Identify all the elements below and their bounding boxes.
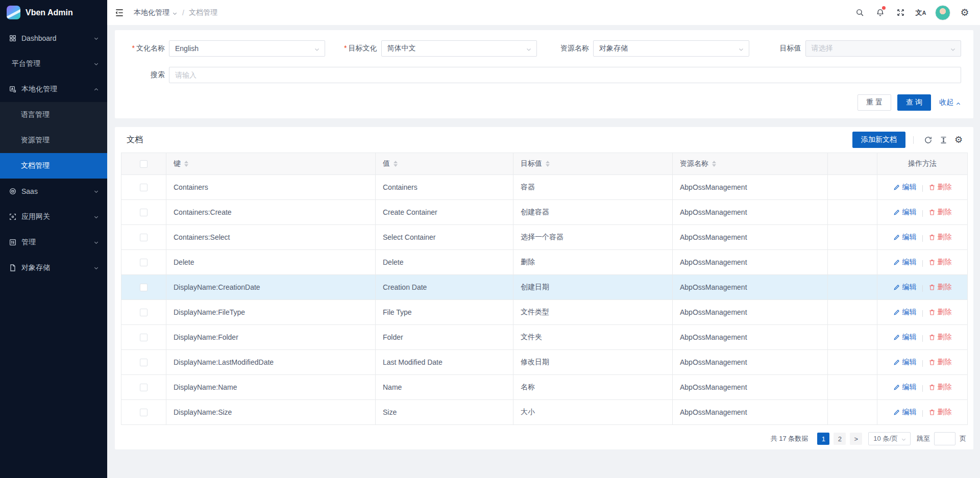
add-document-button[interactable]: 添加新文档 bbox=[852, 132, 905, 148]
sort-icon[interactable] bbox=[184, 161, 188, 167]
sidebar-item-resource-mgmt[interactable]: 资源管理 bbox=[0, 128, 107, 153]
row-checkbox[interactable] bbox=[140, 309, 148, 316]
sidebar-item-label: 文档管理 bbox=[21, 161, 50, 170]
edit-link[interactable]: 编辑 bbox=[893, 333, 917, 342]
cell-value: Folder bbox=[376, 325, 513, 350]
culture-name-select[interactable]: English bbox=[169, 40, 325, 57]
translate-icon[interactable]: 文A bbox=[911, 0, 931, 25]
target-value-select[interactable]: 请选择 bbox=[805, 40, 962, 57]
page-button-2[interactable]: 2 bbox=[834, 433, 846, 445]
delete-link[interactable]: 删除 bbox=[928, 383, 952, 392]
sort-icon[interactable] bbox=[546, 161, 550, 167]
sidebar-item-document-mgmt[interactable]: 文档管理 bbox=[0, 153, 107, 179]
delete-link[interactable]: 删除 bbox=[928, 333, 952, 342]
sort-icon[interactable] bbox=[712, 161, 716, 167]
sidebar-item-gateway[interactable]: 应用网关 bbox=[0, 204, 107, 230]
delete-label: 删除 bbox=[938, 308, 952, 317]
table-row[interactable]: DisplayName:LastModifiedDateLast Modifie… bbox=[121, 350, 968, 375]
user-avatar[interactable] bbox=[935, 5, 950, 20]
row-checkbox[interactable] bbox=[140, 259, 148, 266]
row-checkbox[interactable] bbox=[140, 234, 148, 241]
delete-link[interactable]: 删除 bbox=[928, 258, 952, 267]
table-row[interactable]: Containers:CreateCreate Container创建容器Abp… bbox=[121, 200, 968, 225]
cell-value: Select Container bbox=[376, 225, 513, 250]
column-header-target: 目标值 bbox=[521, 159, 542, 168]
jump-to-input[interactable] bbox=[934, 432, 955, 445]
table-row[interactable]: ContainersContainers容器AbpOssManagement编辑… bbox=[121, 175, 968, 200]
chevron-down-icon bbox=[738, 46, 744, 52]
table-row[interactable]: Containers:SelectSelect Container选择一个容器A… bbox=[121, 225, 968, 250]
edit-link[interactable]: 编辑 bbox=[893, 383, 917, 392]
row-checkbox[interactable] bbox=[140, 184, 148, 191]
refresh-icon[interactable] bbox=[920, 132, 936, 147]
sidebar-item-platform[interactable]: 平台管理 bbox=[0, 51, 107, 77]
delete-link[interactable]: 删除 bbox=[928, 283, 952, 292]
sidebar-item-language-mgmt[interactable]: 语言管理 bbox=[0, 102, 107, 128]
row-checkbox[interactable] bbox=[140, 334, 148, 341]
sidebar-item-dashboard[interactable]: Dashboard bbox=[0, 26, 107, 51]
edit-link[interactable]: 编辑 bbox=[893, 183, 917, 192]
column-header-empty bbox=[828, 153, 877, 175]
table-row[interactable]: DisplayName:SizeSize大小AbpOssManagement编辑… bbox=[121, 400, 968, 425]
table-row[interactable]: DisplayName:NameName名称AbpOssManagement编辑… bbox=[121, 375, 968, 400]
delete-link[interactable]: 删除 bbox=[928, 208, 952, 217]
reset-button[interactable]: 重 置 bbox=[857, 94, 891, 111]
edit-link[interactable]: 编辑 bbox=[893, 208, 917, 217]
settings-gear-icon[interactable]: ⚙ bbox=[954, 0, 975, 25]
delete-link[interactable]: 删除 bbox=[928, 308, 952, 317]
page-size-select[interactable]: 10 条/页 bbox=[868, 432, 911, 445]
menu-fold-icon[interactable] bbox=[114, 8, 125, 18]
delete-label: 删除 bbox=[938, 233, 952, 242]
sidebar-item-saas[interactable]: Saas bbox=[0, 179, 107, 204]
delete-link[interactable]: 删除 bbox=[928, 233, 952, 242]
sidebar-item-localization[interactable]: 本地化管理 bbox=[0, 77, 107, 102]
search-input[interactable] bbox=[169, 67, 961, 83]
delete-link[interactable]: 删除 bbox=[928, 408, 952, 417]
brand[interactable]: Vben Admin bbox=[0, 0, 107, 25]
admin-icon bbox=[9, 238, 17, 246]
row-checkbox[interactable] bbox=[140, 209, 148, 216]
sidebar-item-object-storage[interactable]: 对象存储 bbox=[0, 255, 107, 281]
resource-name-select[interactable]: 对象存储 bbox=[593, 40, 749, 57]
table-row[interactable]: DisplayName:FileTypeFile Type文件类型AbpOssM… bbox=[121, 300, 968, 325]
edit-link[interactable]: 编辑 bbox=[893, 308, 917, 317]
cell-key: Containers:Create bbox=[166, 200, 376, 225]
documents-table: 键 值 目标值 资源名称 操作方法 ContainersContainers容器… bbox=[121, 153, 968, 425]
delete-link[interactable]: 删除 bbox=[928, 358, 952, 367]
row-height-icon[interactable] bbox=[936, 132, 951, 147]
chevron-down-icon bbox=[950, 46, 956, 52]
cell-target: 大小 bbox=[513, 400, 673, 425]
row-checkbox[interactable] bbox=[140, 409, 148, 416]
row-checkbox[interactable] bbox=[140, 384, 148, 391]
target-culture-select[interactable]: 简体中文 bbox=[381, 40, 537, 57]
edit-link[interactable]: 编辑 bbox=[893, 408, 917, 417]
row-checkbox[interactable] bbox=[140, 359, 148, 366]
notification-bell-icon[interactable] bbox=[870, 0, 890, 25]
query-button[interactable]: 查 询 bbox=[897, 94, 931, 111]
select-all-checkbox[interactable] bbox=[140, 160, 148, 168]
delete-link[interactable]: 删除 bbox=[928, 183, 952, 192]
trash-icon bbox=[928, 334, 936, 341]
sidebar: Vben Admin Dashboard 平台管理 本地化管理 语言管理 资源管… bbox=[0, 0, 107, 478]
table-row[interactable]: DeleteDelete删除AbpOssManagement编辑删除 bbox=[121, 250, 968, 275]
next-page-button[interactable]: > bbox=[850, 433, 862, 445]
collapse-link[interactable]: 收起 bbox=[939, 98, 961, 107]
edit-link[interactable]: 编辑 bbox=[893, 258, 917, 267]
table-row[interactable]: DisplayName:FolderFolder文件夹AbpOssManagem… bbox=[121, 325, 968, 350]
edit-link[interactable]: 编辑 bbox=[893, 358, 917, 367]
edit-link[interactable]: 编辑 bbox=[893, 283, 917, 292]
fullscreen-icon[interactable] bbox=[890, 0, 911, 25]
sidebar-item-label: 对象存储 bbox=[21, 263, 93, 272]
search-icon[interactable] bbox=[849, 0, 870, 25]
breadcrumb-parent[interactable]: 本地化管理 bbox=[134, 8, 169, 17]
cell-value: Name bbox=[376, 375, 513, 400]
row-checkbox[interactable] bbox=[140, 284, 148, 291]
sidebar-item-admin[interactable]: 管理 bbox=[0, 230, 107, 255]
cell-value: Creation Date bbox=[376, 275, 513, 300]
table-row[interactable]: DisplayName:CreationDateCreation Date创建日… bbox=[121, 275, 968, 300]
column-settings-gear-icon[interactable]: ⚙ bbox=[951, 132, 966, 147]
edit-link[interactable]: 编辑 bbox=[893, 233, 917, 242]
target-value-label: 目标值 bbox=[764, 44, 805, 53]
page-button-1[interactable]: 1 bbox=[817, 433, 829, 445]
sort-icon[interactable] bbox=[394, 161, 398, 167]
